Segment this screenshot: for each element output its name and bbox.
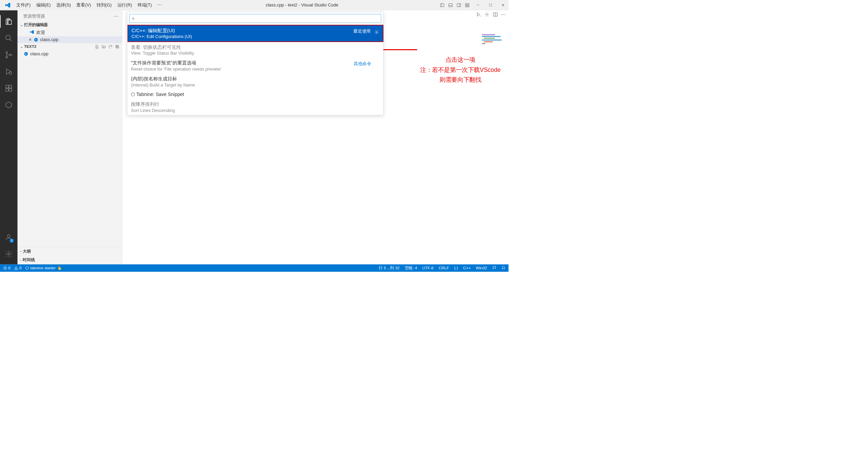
layout-grid-icon[interactable] [465,3,470,7]
file-label: class.cpp [30,51,48,56]
svg-point-21 [8,253,10,255]
svg-rect-24 [116,45,118,47]
command-palette-input[interactable] [129,14,381,23]
svg-rect-7 [468,3,469,5]
editor-more-icon[interactable]: ⋯ [501,12,506,17]
vscode-icon [30,30,34,35]
palette-item[interactable]: C/C++: 编辑配置(UI)C/C++: Edit Configuration… [127,25,383,42]
new-folder-icon[interactable] [101,44,106,49]
minimap[interactable] [482,34,504,46]
annotation: 点击这一项 注：若不是第一次下载VScode 则需要向下翻找 [420,46,500,85]
outline-section[interactable]: ›大纲 [18,247,122,256]
svg-rect-4 [457,3,461,6]
activity-search[interactable] [0,30,18,46]
palette-item[interactable]: 按降序排列行Sort Lines Descending [127,99,383,115]
palette-item-secondary: Reset choice for 'File operation needs p… [131,66,380,72]
status-feedback-icon[interactable] [492,266,496,271]
status-eol[interactable]: CRLF [439,266,449,270]
timeline-section[interactable]: ›时间线 [18,255,122,264]
account-badge: 2 [9,238,14,243]
svg-point-15 [9,72,12,75]
sidebar-more-icon[interactable]: ⋯ [114,14,118,19]
status-language[interactable]: C++ [463,266,471,270]
svg-point-13 [6,56,7,58]
tabnine-icon [25,266,29,270]
minimize-button[interactable]: ─ [475,2,481,8]
menu-view[interactable]: 查看(V) [74,1,93,9]
palette-item-primary: ⬡ Tabnine: Save Snippet [131,92,380,97]
window-controls: ─ ☐ ✕ [475,2,507,8]
activity-accounts[interactable]: 2 [0,229,18,246]
chevron-down-icon: ⌄ [20,45,23,49]
palette-item[interactable]: (内部)按名称生成目标(Internal) Build a Target by … [127,74,383,90]
svg-rect-2 [449,3,453,6]
svg-rect-17 [6,89,8,91]
settings-gear-icon[interactable] [484,12,489,17]
palette-item[interactable]: ⬡ Tabnine: Save Snippet [127,90,383,99]
status-warnings[interactable]: 0 [14,266,22,270]
menu-edit[interactable]: 编辑(E) [34,1,53,9]
refresh-icon[interactable] [108,44,113,49]
palette-item-primary: 按降序排列行 [131,101,380,108]
activity-tabnine[interactable] [0,97,18,113]
menu-file[interactable]: 文件(F) [14,1,33,9]
layout-sidebar-icon[interactable] [440,3,445,7]
layout-right-icon[interactable] [457,3,461,7]
open-file-label: class.cpp [40,37,58,42]
svg-rect-6 [466,3,467,5]
palette-item-secondary: (Internal) Build a Target by Name [131,82,380,88]
new-file-icon[interactable] [95,44,99,49]
palette-item-secondary: Sort Lines Descending [131,108,380,113]
status-encoding[interactable]: UTF-8 [422,266,433,270]
open-editors-header[interactable]: ⌄ 打开的编辑器 [18,21,122,29]
status-braces[interactable]: { } [454,266,458,270]
activity-bar: 2 [0,10,18,264]
svg-point-14 [10,54,12,56]
menu-go[interactable]: 转到(G) [94,1,114,9]
close-button[interactable]: ✕ [500,2,507,8]
open-editor-classcpp[interactable]: ✕ C+ class.cpp [18,36,122,43]
run-debug-dropdown-icon[interactable] [476,12,481,17]
palette-item-primary: (内部)按名称生成目标 [131,76,380,82]
activity-explorer[interactable] [0,13,18,30]
file-classcpp[interactable]: C+ class.cpp [18,50,122,58]
status-spaces[interactable]: 空格: 4 [405,265,417,271]
close-icon[interactable]: ✕ [28,37,34,42]
maximize-button[interactable]: ☐ [487,2,494,8]
status-cursor[interactable]: 行 5，列 32 [379,265,399,271]
svg-rect-18 [9,89,12,91]
svg-rect-16 [6,85,8,88]
gear-icon[interactable] [374,30,379,35]
anno-line3: 则需要向下翻找 [420,75,500,85]
sidebar-explorer: 资源管理器 ⋯ ⌄ 打开的编辑器 欢迎 ✕ C+ class.cpp ⌄ TEX… [18,10,122,264]
layout-panel-icon[interactable] [448,3,453,7]
svg-rect-9 [468,5,469,7]
activity-extensions[interactable] [0,80,18,97]
activity-settings[interactable] [0,246,18,262]
svg-point-28 [486,14,488,15]
activity-source-control[interactable] [0,46,18,63]
open-editor-welcome[interactable]: 欢迎 [18,29,122,36]
palette-item[interactable]: 查看: 切换状态栏可见性View: Toggle Status Bar Visi… [127,42,383,58]
palette-item[interactable]: "文件操作需要预览"的重置选项Reset choice for 'File op… [127,58,383,74]
status-tabnine[interactable]: tabnine starter 👆 [25,266,62,270]
status-errors[interactable]: 0 [3,266,11,270]
menu-select[interactable]: 选择(S) [54,1,73,9]
titlebar: 文件(F) 编辑(E) 选择(S) 查看(V) 转到(G) 运行(R) 终端(T… [0,0,509,10]
timeline-label: 时间线 [23,257,35,263]
outline-label: 大纲 [23,249,31,254]
svg-rect-0 [440,3,444,6]
activity-run-debug[interactable] [0,63,18,80]
menu-terminal[interactable]: 终端(T) [135,1,154,9]
palette-item-primary: C/C++: 编辑配置(UI) [132,27,379,34]
window-title: class.cpp - text2 - Visual Studio Code [164,2,440,7]
status-bell-icon[interactable] [501,266,506,271]
svg-text:C+: C+ [25,53,27,55]
split-editor-icon[interactable] [493,12,498,17]
menu-more[interactable]: ⋯ [155,1,164,9]
status-platform[interactable]: Win32 [476,266,487,270]
collapse-icon[interactable] [115,44,119,49]
menu-run[interactable]: 运行(R) [115,1,135,9]
folder-header[interactable]: ⌄ TEXT2 [18,43,122,50]
chevron-down-icon: ⌄ [20,23,23,27]
